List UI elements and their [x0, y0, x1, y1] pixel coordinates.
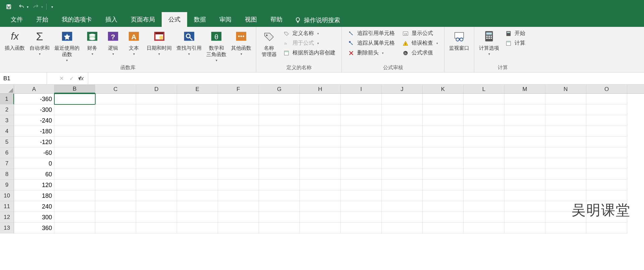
- cell-K5[interactable]: [423, 137, 464, 147]
- cell-I4[interactable]: [341, 126, 382, 137]
- cell-M2[interactable]: [504, 104, 545, 115]
- cell-I11[interactable]: [341, 201, 382, 212]
- cell-C6[interactable]: [95, 147, 136, 158]
- cell-O1[interactable]: [586, 94, 627, 104]
- cell-I13[interactable]: [341, 223, 382, 233]
- save-button[interactable]: [3, 2, 14, 11]
- cell-O13[interactable]: [586, 223, 627, 233]
- cell-C10[interactable]: [95, 190, 136, 201]
- cell-L7[interactable]: [464, 158, 504, 169]
- column-header-M[interactable]: M: [504, 85, 545, 93]
- cell-F4[interactable]: [218, 126, 259, 137]
- cell-F6[interactable]: [218, 147, 259, 158]
- cell-M12[interactable]: [504, 212, 545, 223]
- cell-H5[interactable]: [300, 137, 341, 147]
- cell-J11[interactable]: [382, 201, 423, 212]
- watch-window-button[interactable]: 监视窗口: [447, 28, 471, 51]
- cell-D4[interactable]: [136, 126, 177, 137]
- cell-G1[interactable]: [259, 94, 300, 104]
- cell-B9[interactable]: [54, 180, 95, 190]
- cell-J6[interactable]: [382, 147, 423, 158]
- cell-M7[interactable]: [504, 158, 545, 169]
- insert-function-button[interactable]: fx 插入函数: [3, 28, 27, 51]
- cell-N4[interactable]: [545, 126, 586, 137]
- cell-N13[interactable]: [545, 223, 586, 233]
- cell-O9[interactable]: [586, 180, 627, 190]
- row-header-1[interactable]: 1: [0, 94, 14, 104]
- cell-L11[interactable]: [464, 201, 504, 212]
- use-in-formula-button[interactable]: fx用于公式▾: [281, 39, 337, 48]
- row-header-3[interactable]: 3: [0, 115, 14, 126]
- cell-N9[interactable]: [545, 180, 586, 190]
- tab-data[interactable]: 数据: [187, 12, 213, 27]
- cell-A10[interactable]: 180: [14, 190, 54, 201]
- cell-J4[interactable]: [382, 126, 423, 137]
- cell-L9[interactable]: [464, 180, 504, 190]
- show-formulas-button[interactable]: 15显示公式: [400, 29, 440, 38]
- cell-A7[interactable]: 0: [14, 158, 54, 169]
- cell-E11[interactable]: [177, 201, 218, 212]
- select-all-corner[interactable]: [0, 85, 14, 93]
- cell-D2[interactable]: [136, 104, 177, 115]
- cell-O4[interactable]: [586, 126, 627, 137]
- row-header-10[interactable]: 10: [0, 190, 14, 201]
- cell-H3[interactable]: [300, 115, 341, 126]
- tab-layout[interactable]: 页面布局: [124, 12, 162, 27]
- calc-now-button[interactable]: 开始: [503, 29, 527, 38]
- cell-J5[interactable]: [382, 137, 423, 147]
- text-button[interactable]: A 文本▾: [124, 28, 144, 56]
- cell-I3[interactable]: [341, 115, 382, 126]
- cell-K3[interactable]: [423, 115, 464, 126]
- row-header-8[interactable]: 8: [0, 169, 14, 180]
- cell-E6[interactable]: [177, 147, 218, 158]
- cell-F11[interactable]: [218, 201, 259, 212]
- cell-H10[interactable]: [300, 190, 341, 201]
- cell-I2[interactable]: [341, 104, 382, 115]
- cell-O8[interactable]: [586, 169, 627, 180]
- cell-H4[interactable]: [300, 126, 341, 137]
- cell-E12[interactable]: [177, 212, 218, 223]
- trace-precedents-button[interactable]: 追踪引用单元格: [346, 29, 397, 38]
- cell-D9[interactable]: [136, 180, 177, 190]
- tab-help[interactable]: 帮助: [264, 12, 289, 27]
- cell-D3[interactable]: [136, 115, 177, 126]
- tab-formulas[interactable]: 公式: [162, 12, 187, 27]
- cell-F13[interactable]: [218, 223, 259, 233]
- enter-formula-button[interactable]: ✓: [67, 74, 76, 83]
- row-header-12[interactable]: 12: [0, 212, 14, 223]
- cell-B7[interactable]: [54, 158, 95, 169]
- cell-H6[interactable]: [300, 147, 341, 158]
- cell-B1[interactable]: [54, 94, 95, 104]
- cell-K1[interactable]: [423, 94, 464, 104]
- cell-M5[interactable]: [504, 137, 545, 147]
- cell-E1[interactable]: [177, 94, 218, 104]
- cell-A13[interactable]: 360: [14, 223, 54, 233]
- cell-L1[interactable]: [464, 94, 504, 104]
- cancel-formula-button[interactable]: ✕: [57, 74, 66, 83]
- column-header-F[interactable]: F: [218, 85, 259, 93]
- cell-M4[interactable]: [504, 126, 545, 137]
- cell-F1[interactable]: [218, 94, 259, 104]
- cell-B8[interactable]: [54, 169, 95, 180]
- cell-N12[interactable]: [545, 212, 586, 223]
- cell-E2[interactable]: [177, 104, 218, 115]
- cell-K4[interactable]: [423, 126, 464, 137]
- cell-G3[interactable]: [259, 115, 300, 126]
- cell-A4[interactable]: -180: [14, 126, 54, 137]
- cell-A8[interactable]: 60: [14, 169, 54, 180]
- cell-J8[interactable]: [382, 169, 423, 180]
- cell-D13[interactable]: [136, 223, 177, 233]
- cell-C3[interactable]: [95, 115, 136, 126]
- cell-M11[interactable]: [504, 201, 545, 212]
- row-header-11[interactable]: 11: [0, 201, 14, 212]
- cell-G7[interactable]: [259, 158, 300, 169]
- cell-I12[interactable]: [341, 212, 382, 223]
- cell-J9[interactable]: [382, 180, 423, 190]
- cell-I1[interactable]: [341, 94, 382, 104]
- create-from-selection-button[interactable]: 根据所选内容创建: [281, 48, 337, 57]
- cell-D1[interactable]: [136, 94, 177, 104]
- cell-M8[interactable]: [504, 169, 545, 180]
- define-name-button[interactable]: 定义名称▾: [281, 29, 337, 38]
- cell-M1[interactable]: [504, 94, 545, 104]
- cell-C7[interactable]: [95, 158, 136, 169]
